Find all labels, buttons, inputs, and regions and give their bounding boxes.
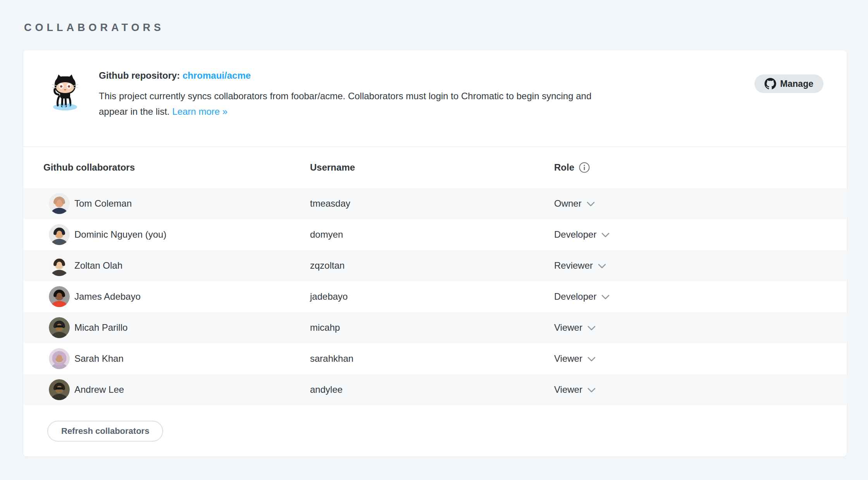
chevron-down-icon bbox=[587, 357, 596, 362]
manage-button[interactable]: Manage bbox=[754, 74, 823, 93]
avatar bbox=[49, 317, 70, 338]
octocat-mascot-icon bbox=[52, 73, 79, 111]
collaborators-page: COLLABORATORS bbox=[0, 0, 868, 480]
table-row: Micah Parillo micahp Viewer bbox=[23, 312, 847, 343]
avatar bbox=[49, 255, 70, 276]
avatar bbox=[49, 348, 70, 369]
manage-button-label: Manage bbox=[780, 79, 813, 89]
role-value: Reviewer bbox=[554, 260, 593, 271]
chevron-down-icon bbox=[587, 326, 596, 331]
collaborator-username: domyen bbox=[310, 229, 554, 240]
repo-text-block: Github repository: chromaui/acme This pr… bbox=[99, 69, 614, 119]
avatar bbox=[49, 224, 70, 245]
table-footer: Refresh collaborators bbox=[23, 405, 847, 442]
table-row: Andrew Lee andylee Viewer bbox=[23, 374, 847, 405]
chevron-down-icon bbox=[598, 264, 606, 269]
role-dropdown[interactable]: Owner bbox=[554, 198, 847, 209]
collaborator-username: jadebayo bbox=[310, 291, 554, 302]
collaborator-username: andylee bbox=[310, 384, 554, 395]
repo-title-label: Github repository: bbox=[99, 70, 180, 81]
chevron-down-icon bbox=[587, 202, 595, 207]
collaborator-name: Andrew Lee bbox=[74, 384, 124, 395]
column-header-role: Role bbox=[554, 162, 574, 173]
collaborator-username: tmeasday bbox=[310, 198, 554, 209]
learn-more-link[interactable]: Learn more » bbox=[172, 106, 227, 117]
column-header-collaborators: Github collaborators bbox=[43, 162, 310, 173]
collaborator-name: Zoltan Olah bbox=[74, 260, 122, 271]
collaborator-name: James Adebayo bbox=[74, 291, 141, 302]
table-header-row: Github collaborators Username Role bbox=[23, 147, 847, 188]
info-icon[interactable] bbox=[579, 162, 590, 173]
role-dropdown[interactable]: Reviewer bbox=[554, 260, 847, 271]
chevron-down-icon bbox=[601, 295, 610, 300]
role-dropdown[interactable]: Viewer bbox=[554, 322, 847, 333]
page-title: COLLABORATORS bbox=[24, 22, 164, 34]
table-row: Dominic Nguyen (you) domyen Developer bbox=[23, 219, 847, 250]
collaborator-name: Sarah Khan bbox=[74, 353, 124, 364]
avatar bbox=[49, 379, 70, 400]
collaborator-name: Dominic Nguyen (you) bbox=[74, 229, 166, 240]
avatar bbox=[49, 193, 70, 214]
collaborator-name: Micah Parillo bbox=[74, 322, 127, 333]
table-row: Sarah Khan sarahkhan Viewer bbox=[23, 343, 847, 374]
column-header-username: Username bbox=[310, 162, 554, 173]
role-value: Owner bbox=[554, 198, 582, 209]
table-row: Tom Coleman tmeasday Owner bbox=[23, 188, 847, 219]
role-value: Developer bbox=[554, 229, 596, 240]
collaborators-table: Tom Coleman tmeasday Owner Dominic Nguye… bbox=[23, 188, 847, 405]
collaborator-username: micahp bbox=[310, 322, 554, 333]
chevron-down-icon bbox=[587, 388, 596, 393]
github-icon bbox=[765, 78, 776, 90]
refresh-collaborators-button[interactable]: Refresh collaborators bbox=[47, 421, 163, 442]
chevron-down-icon bbox=[601, 233, 610, 238]
role-value: Viewer bbox=[554, 384, 582, 395]
role-dropdown[interactable]: Developer bbox=[554, 291, 847, 302]
collaborators-card: Github repository: chromaui/acme This pr… bbox=[23, 50, 847, 456]
avatar bbox=[49, 286, 70, 307]
role-value: Viewer bbox=[554, 322, 582, 333]
table-row: James Adebayo jadebayo Developer bbox=[23, 281, 847, 312]
collaborator-username: zqzoltan bbox=[310, 260, 554, 271]
table-row: Zoltan Olah zqzoltan Reviewer bbox=[23, 250, 847, 281]
collaborator-username: sarahkhan bbox=[310, 353, 554, 364]
role-dropdown[interactable]: Developer bbox=[554, 229, 847, 240]
repo-section: Github repository: chromaui/acme This pr… bbox=[23, 50, 847, 147]
role-value: Viewer bbox=[554, 353, 582, 364]
repo-link[interactable]: chromaui/acme bbox=[183, 70, 251, 81]
role-dropdown[interactable]: Viewer bbox=[554, 353, 847, 364]
collaborator-name: Tom Coleman bbox=[74, 198, 132, 209]
role-dropdown[interactable]: Viewer bbox=[554, 384, 847, 395]
role-value: Developer bbox=[554, 291, 596, 302]
